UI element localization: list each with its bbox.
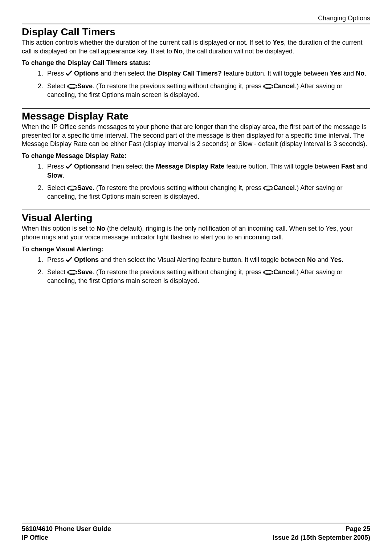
softkey-icon xyxy=(67,270,77,275)
section-rule xyxy=(22,210,370,210)
steps-list: Press Optionsand then select the Message… xyxy=(22,162,370,201)
step-text: . (To restore the previous setting witho… xyxy=(93,268,263,276)
step-text: and then select the xyxy=(99,70,158,77)
step-1: Press Options and then select the Visual… xyxy=(45,255,370,264)
section-title: Display Call Timers xyxy=(22,27,370,38)
step-text: Select xyxy=(47,82,67,90)
step-1: Press Options and then select the Displa… xyxy=(45,69,370,78)
intro-text: When this option is set to xyxy=(22,225,97,232)
step-text: Press xyxy=(47,163,66,170)
svg-point-7 xyxy=(264,186,272,189)
page-footer: 5610/4610 Phone User Guide Page 25 IP Of… xyxy=(22,523,370,542)
value-no: No xyxy=(174,48,183,55)
step-text: and xyxy=(341,70,356,77)
step-text: . xyxy=(364,70,366,77)
footer-row-2: IP Office Issue 2d (15th September 2005) xyxy=(22,534,370,542)
svg-point-5 xyxy=(68,186,76,189)
step-2: Select Save. (To restore the previous se… xyxy=(45,268,370,285)
steps-list: Press Options and then select the Visual… xyxy=(22,255,370,285)
intro-text: , the call duration will not be displaye… xyxy=(183,48,294,55)
subheading: To change Message Display Rate: xyxy=(22,152,370,160)
step-text: feature button. This will toggle between xyxy=(224,163,341,170)
section-rule xyxy=(22,108,370,109)
svg-point-9 xyxy=(68,271,76,274)
value-yes: Yes xyxy=(273,39,284,46)
softkey-icon xyxy=(67,84,77,89)
step-text: . xyxy=(62,172,64,179)
value-fast: Fast xyxy=(341,163,355,170)
cancel-label: Cancel xyxy=(273,184,295,191)
feature-name: Message Display Rate xyxy=(156,163,224,170)
section-display-call-timers: Display Call Timers This action controls… xyxy=(22,27,370,99)
save-label: Save xyxy=(77,184,93,191)
save-label: Save xyxy=(77,268,93,276)
step-text: feature button. It will toggle between xyxy=(222,70,330,77)
step-2: Select Save. (To restore the previous se… xyxy=(45,183,370,201)
step-text: and xyxy=(316,256,330,263)
value-slow: Slow xyxy=(47,172,62,179)
step-text: . xyxy=(342,256,343,263)
value-no: No xyxy=(356,70,364,77)
svg-point-11 xyxy=(264,271,272,274)
subheading: To change the Display Call Timers status… xyxy=(22,59,370,67)
softkey-icon xyxy=(263,270,273,275)
step-text: . (To restore the previous setting witho… xyxy=(93,82,263,90)
steps-list: Press Options and then select the Displa… xyxy=(22,69,370,99)
footer-right-1: Page 25 xyxy=(346,525,370,533)
options-label: Options xyxy=(72,256,99,263)
step-1: Press Optionsand then select the Message… xyxy=(45,162,370,180)
step-2: Select Save. (To restore the previous se… xyxy=(45,82,370,100)
step-text: . (To restore the previous setting witho… xyxy=(93,184,263,191)
header-rule xyxy=(22,24,370,24)
section-intro: When this option is set to No (the defau… xyxy=(22,224,370,242)
value-yes: Yes xyxy=(330,256,342,263)
step-text: and xyxy=(355,163,367,170)
value-no: No xyxy=(97,225,105,232)
section-intro: When the IP Office sends messages to you… xyxy=(22,123,370,149)
cancel-label: Cancel xyxy=(273,82,295,90)
save-label: Save xyxy=(77,82,93,90)
softkey-icon xyxy=(263,84,273,89)
cancel-label: Cancel xyxy=(273,268,295,276)
options-label: Options xyxy=(72,163,99,170)
step-text: Select xyxy=(47,268,67,276)
step-text: Select xyxy=(47,184,67,191)
check-icon xyxy=(66,163,72,169)
section-title: Visual Alerting xyxy=(22,212,370,224)
footer-right-2: Issue 2d (15th September 2005) xyxy=(273,534,370,542)
footer-rule xyxy=(22,523,370,523)
section-visual-alerting: Visual Alerting When this option is set … xyxy=(22,212,370,285)
value-no: No xyxy=(307,256,316,263)
step-text: and then select the Visual Alerting feat… xyxy=(99,256,307,263)
section-intro: This action controls whether the duratio… xyxy=(22,39,370,56)
footer-left-2: IP Office xyxy=(22,534,48,542)
section-title: Message Display Rate xyxy=(22,111,370,122)
softkey-icon xyxy=(263,186,273,191)
check-icon xyxy=(66,70,72,76)
svg-point-3 xyxy=(264,84,272,88)
value-yes: Yes xyxy=(330,70,341,77)
footer-row-1: 5610/4610 Phone User Guide Page 25 xyxy=(22,525,370,533)
page-container: Changing Options Display Call Timers Thi… xyxy=(0,0,392,555)
softkey-icon xyxy=(67,186,77,191)
svg-point-1 xyxy=(68,84,76,88)
section-message-display-rate: Message Display Rate When the IP Office … xyxy=(22,111,370,201)
step-text: Press xyxy=(47,256,66,263)
footer-left-1: 5610/4610 Phone User Guide xyxy=(22,525,111,533)
step-text: and then select the xyxy=(99,163,156,170)
intro-text: This action controls whether the duratio… xyxy=(22,39,273,46)
options-label: Options xyxy=(72,70,99,77)
check-icon xyxy=(66,257,72,263)
step-text: Press xyxy=(47,70,66,77)
feature-name: Display Call Timers? xyxy=(158,70,222,77)
subheading: To change Visual Alerting: xyxy=(22,246,370,253)
running-header: Changing Options xyxy=(22,15,370,22)
